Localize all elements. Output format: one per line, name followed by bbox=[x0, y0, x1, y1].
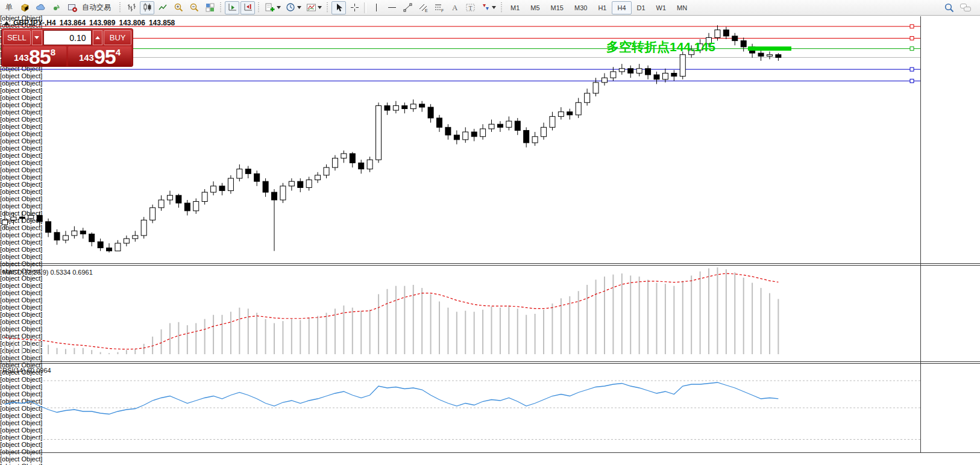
macd-label: MACD(12,26,9) 0.5334 0.6961 bbox=[2, 269, 93, 276]
add-indicator-button[interactable] bbox=[263, 1, 283, 14]
fibonacci-tool[interactable]: F bbox=[432, 1, 446, 14]
toolbar-grip bbox=[325, 2, 330, 13]
zoom-out-icon[interactable] bbox=[187, 1, 201, 14]
toolbar: 单 自动交易 bbox=[0, 0, 980, 16]
buy-button[interactable]: BUY bbox=[104, 30, 131, 45]
false: [object Object] bbox=[0, 463, 980, 465]
rsi-label: RSI(14) 60.0964 bbox=[2, 367, 51, 374]
horizontal-line-tool[interactable] bbox=[385, 1, 399, 14]
vertical-line-tool[interactable] bbox=[369, 1, 383, 14]
svg-text:T: T bbox=[468, 5, 472, 11]
chevron-down-icon bbox=[318, 6, 322, 9]
timeframe-h1[interactable]: H1 bbox=[592, 1, 612, 14]
buy-price-display[interactable]: 143954 bbox=[68, 46, 131, 66]
rsi-pane-canvas[interactable] bbox=[0, 364, 920, 452]
line-chart-icon[interactable] bbox=[155, 1, 170, 14]
false: [object Object] bbox=[922, 188, 961, 196]
toolbar-grip bbox=[118, 2, 122, 13]
pane-separator[interactable] bbox=[0, 361, 980, 362]
chevron-down-icon bbox=[492, 6, 496, 9]
toolbar-grip bbox=[257, 2, 261, 13]
autotrading-button[interactable]: 自动交易 bbox=[64, 1, 116, 14]
pane-separator[interactable] bbox=[0, 363, 980, 364]
pane-separator[interactable] bbox=[0, 263, 980, 264]
one-click-trading-panel: SELL BUY 143858 143954 bbox=[1, 28, 133, 67]
zoom-in-icon[interactable] bbox=[171, 1, 186, 14]
volume-decrease-button[interactable] bbox=[32, 30, 42, 45]
volume-input[interactable] bbox=[43, 30, 92, 45]
tile-windows-icon[interactable] bbox=[203, 1, 217, 14]
toolbar-grip bbox=[500, 2, 504, 13]
timeframe-toolbar: M1M5M15M30H1H4D1W1MN bbox=[505, 1, 693, 14]
trendline-tool[interactable] bbox=[400, 1, 415, 14]
pane-separator[interactable] bbox=[0, 265, 980, 266]
timeframe-d1[interactable]: D1 bbox=[632, 1, 651, 14]
templates-button[interactable] bbox=[304, 1, 324, 14]
price-axis-frame bbox=[920, 16, 921, 452]
cursor-tool[interactable] bbox=[331, 1, 346, 14]
sell-price-display[interactable]: 143858 bbox=[3, 46, 66, 66]
community-icon[interactable] bbox=[33, 1, 48, 14]
search-icon[interactable] bbox=[942, 1, 956, 14]
volume-increase-button[interactable] bbox=[93, 30, 103, 45]
timeframe-mn[interactable]: MN bbox=[671, 1, 693, 14]
auto-scroll-icon[interactable] bbox=[225, 1, 239, 14]
chat-icon[interactable] bbox=[958, 1, 973, 14]
signals-icon[interactable] bbox=[49, 1, 63, 14]
caret-up-icon bbox=[95, 36, 100, 39]
timeframe-m15[interactable]: M15 bbox=[545, 1, 569, 14]
chart-bottom-frame bbox=[0, 452, 980, 453]
chevron-down-icon bbox=[297, 6, 301, 9]
arrows-tool[interactable] bbox=[479, 1, 498, 14]
text-label-tool[interactable]: T bbox=[463, 1, 477, 14]
chart-shift-icon[interactable] bbox=[240, 1, 255, 14]
new-order-button[interactable]: 单 bbox=[2, 1, 16, 14]
equidistant-channel-tool[interactable]: E bbox=[416, 1, 430, 14]
sell-button[interactable]: SELL bbox=[3, 30, 31, 45]
candlesticks-icon[interactable] bbox=[140, 1, 154, 14]
true: [object Object] bbox=[0, 455, 980, 463]
timeframe-m1[interactable]: M1 bbox=[505, 1, 525, 14]
metaeditor-icon[interactable] bbox=[17, 1, 32, 14]
main-chart-canvas[interactable] bbox=[0, 16, 920, 263]
timeframe-h4[interactable]: H4 bbox=[612, 1, 631, 14]
mt4-window: 单 自动交易 bbox=[0, 0, 980, 465]
bar-chart-icon[interactable] bbox=[124, 1, 139, 14]
toolbar-separator bbox=[364, 2, 366, 13]
timeframe-w1[interactable]: W1 bbox=[651, 1, 672, 14]
crosshair-tool[interactable] bbox=[347, 1, 362, 14]
toolbar-grip bbox=[219, 2, 223, 13]
chevron-down-icon bbox=[277, 6, 281, 9]
svg-text:E: E bbox=[425, 8, 428, 13]
caret-down-icon bbox=[34, 36, 39, 39]
periods-button[interactable] bbox=[284, 1, 303, 14]
text-tool[interactable]: A bbox=[447, 1, 462, 14]
macd-pane-canvas[interactable] bbox=[0, 266, 920, 361]
timeframe-m30[interactable]: M30 bbox=[569, 1, 592, 14]
chart-annotation-text[interactable]: 多空转折点144.145 bbox=[606, 39, 715, 55]
autotrading-label: 自动交易 bbox=[80, 2, 113, 13]
svg-text:F: F bbox=[441, 8, 444, 13]
timeframe-m5[interactable]: M5 bbox=[525, 1, 545, 14]
svg-text:A: A bbox=[452, 3, 458, 12]
